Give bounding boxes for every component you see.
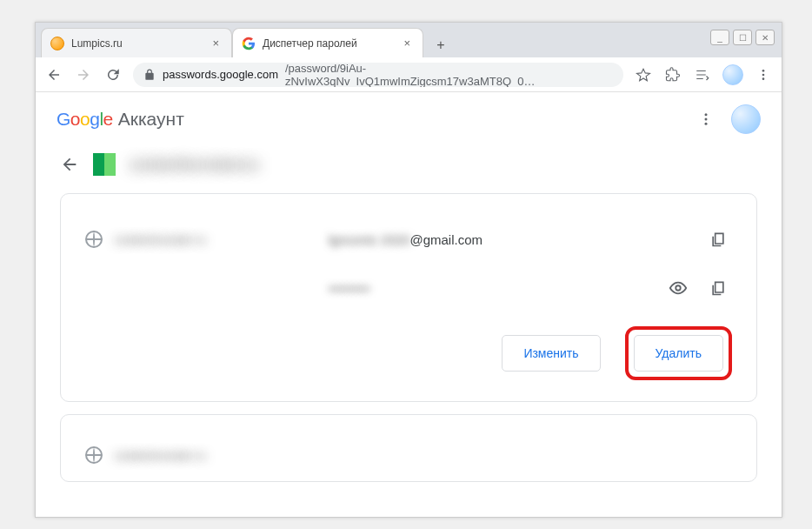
tab-close-button[interactable]: ×: [400, 37, 414, 50]
account-word: Аккаунт: [118, 109, 184, 130]
app-menu-button[interactable]: [696, 110, 715, 129]
url-path: /password/9iAu-zNvIwX3qNv_IvQ1mwImZigcsm…: [285, 63, 613, 87]
svg-point-3: [705, 113, 708, 116]
window-controls: _ ☐ ✕: [710, 30, 775, 45]
site-favicon-icon: [93, 153, 116, 176]
google-account-logo[interactable]: Google Аккаунт: [57, 109, 184, 130]
favicon-google-icon: [242, 37, 256, 50]
delete-button-label: Удалить: [656, 346, 702, 360]
copy-username-button[interactable]: [704, 225, 732, 253]
tab-lumpics[interactable]: Lumpics.ru ×: [41, 28, 232, 57]
edit-button-label: Изменить: [523, 346, 578, 360]
show-password-button[interactable]: [664, 274, 692, 302]
password-entry-card: contentmonster ru lgncontc 2020@gmail.co…: [60, 193, 757, 402]
header-right: [696, 104, 761, 134]
lock-icon: [143, 69, 156, 81]
browser-window: _ ☐ ✕ Lumpics.ru × Диспетчер паролей × +: [35, 22, 782, 518]
page-back-button[interactable]: [60, 155, 79, 174]
forward-button[interactable]: [74, 65, 93, 84]
delete-button[interactable]: Удалить: [634, 335, 723, 372]
next-entry-card: contentmonster ru: [60, 414, 757, 482]
tab-title: Lumpics.ru: [71, 37, 123, 50]
copy-password-button[interactable]: [704, 274, 732, 302]
next-entry-header-row: contentmonster ru: [85, 436, 732, 474]
address-bar[interactable]: passwords.google.com/password/9iAu-zNvIw…: [133, 63, 623, 87]
entry-site-label: contentmonster ru: [115, 233, 206, 246]
url-host: passwords.google.com: [163, 68, 278, 81]
tab-close-button[interactable]: ×: [209, 37, 223, 50]
toolbar-right: [634, 64, 773, 85]
browser-menu-button[interactable]: [754, 65, 773, 84]
tab-password-manager[interactable]: Диспетчер паролей ×: [232, 28, 423, 57]
password-value: •••••••••: [329, 281, 664, 296]
favicon-orange-icon: [50, 37, 64, 50]
card-actions: Изменить Удалить: [85, 312, 732, 380]
extensions-button[interactable]: [663, 65, 682, 84]
username-blurred-part: lgncontc 2020: [329, 232, 409, 247]
page-title-row: contenthomstercru: [36, 146, 782, 193]
password-masked: •••••••••: [329, 281, 369, 296]
password-row: •••••••••: [85, 264, 732, 312]
globe-icon: [85, 231, 103, 248]
window-close-button[interactable]: ✕: [755, 30, 775, 45]
new-tab-button[interactable]: +: [429, 33, 453, 57]
browser-toolbar: passwords.google.com/password/9iAu-zNvIw…: [36, 57, 782, 92]
window-maximize-button[interactable]: ☐: [733, 30, 752, 45]
minimize-glyph: _: [717, 33, 722, 43]
close-glyph: ✕: [762, 33, 769, 43]
username-value: lgncontc 2020@gmail.com: [329, 232, 704, 247]
edit-button[interactable]: Изменить: [502, 335, 600, 372]
reading-list-button[interactable]: [693, 65, 712, 84]
next-entry-site: contentmonster ru: [115, 449, 206, 462]
svg-point-6: [676, 285, 681, 291]
maximize-glyph: ☐: [739, 33, 747, 43]
svg-point-5: [705, 123, 708, 125]
page-content: Google Аккаунт contenthomstercru conte: [36, 92, 782, 517]
app-header: Google Аккаунт: [36, 92, 782, 146]
username-row: contentmonster ru lgncontc 2020@gmail.co…: [85, 215, 732, 264]
profile-avatar-button[interactable]: [722, 64, 743, 85]
globe-icon: [85, 446, 103, 464]
highlight-ring: Удалить: [625, 326, 732, 380]
username-clear-part: @gmail.com: [409, 232, 483, 247]
back-button[interactable]: [44, 65, 63, 84]
google-logo: Google: [57, 109, 113, 130]
account-avatar[interactable]: [731, 104, 761, 134]
bookmark-star-button[interactable]: [634, 65, 653, 84]
reload-button[interactable]: [103, 65, 123, 84]
svg-point-0: [762, 70, 765, 72]
window-minimize-button[interactable]: _: [710, 30, 729, 45]
site-name-heading: contenthomstercru: [130, 156, 259, 174]
svg-point-1: [762, 73, 765, 76]
svg-point-4: [705, 118, 708, 121]
tab-title: Диспетчер паролей: [263, 37, 357, 50]
svg-point-2: [762, 77, 765, 80]
tab-strip: Lumpics.ru × Диспетчер паролей × +: [36, 23, 782, 57]
